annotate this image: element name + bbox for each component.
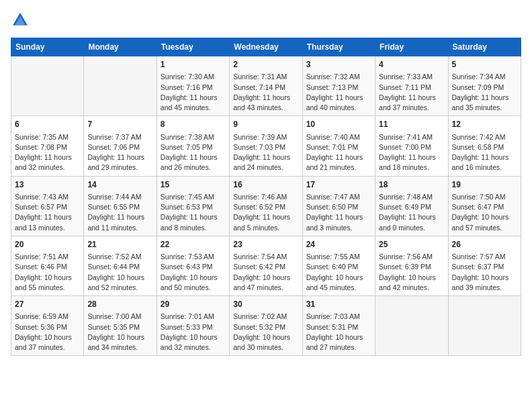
- calendar-cell: [11, 56, 84, 116]
- day-number: 10: [306, 119, 371, 130]
- day-number: 11: [379, 119, 444, 130]
- day-info: Sunrise: 7:51 AMSunset: 6:46 PMDaylight:…: [15, 252, 80, 293]
- calendar-table: SundayMondayTuesdayWednesdayThursdayFrid…: [11, 38, 521, 356]
- day-info: Sunrise: 7:53 AMSunset: 6:43 PMDaylight:…: [161, 252, 226, 293]
- day-info: Sunrise: 7:33 AMSunset: 7:11 PMDaylight:…: [379, 72, 444, 113]
- calendar-cell: 20Sunrise: 7:51 AMSunset: 6:46 PMDayligh…: [11, 236, 84, 295]
- calendar-cell: 19Sunrise: 7:50 AMSunset: 6:47 PMDayligh…: [448, 176, 521, 236]
- calendar-cell: [375, 296, 448, 356]
- day-number: 8: [161, 119, 226, 130]
- day-info: Sunrise: 7:48 AMSunset: 6:49 PMDaylight:…: [379, 192, 444, 233]
- day-info: Sunrise: 7:44 AMSunset: 6:55 PMDaylight:…: [87, 192, 152, 233]
- day-info: Sunrise: 7:41 AMSunset: 7:00 PMDaylight:…: [379, 132, 444, 173]
- calendar-cell: 11Sunrise: 7:41 AMSunset: 7:00 PMDayligh…: [375, 116, 448, 176]
- calendar-cell: 5Sunrise: 7:34 AMSunset: 7:09 PMDaylight…: [448, 56, 521, 116]
- calendar-cell: 12Sunrise: 7:42 AMSunset: 6:58 PMDayligh…: [448, 116, 521, 176]
- day-number: 4: [379, 59, 444, 71]
- day-info: Sunrise: 7:37 AMSunset: 7:06 PMDaylight:…: [87, 132, 152, 173]
- day-number: 29: [161, 299, 226, 310]
- day-info: Sunrise: 7:01 AMSunset: 5:33 PMDaylight:…: [161, 312, 226, 353]
- calendar-cell: [448, 296, 521, 356]
- day-number: 23: [233, 239, 298, 250]
- day-info: Sunrise: 7:52 AMSunset: 6:44 PMDaylight:…: [87, 252, 152, 293]
- page-header: [11, 11, 521, 30]
- day-info: Sunrise: 7:35 AMSunset: 7:08 PMDaylight:…: [15, 132, 80, 173]
- day-info: Sunrise: 7:55 AMSunset: 6:40 PMDaylight:…: [306, 252, 371, 293]
- day-info: Sunrise: 7:57 AMSunset: 6:37 PMDaylight:…: [452, 252, 517, 293]
- day-number: 19: [452, 179, 517, 191]
- day-info: Sunrise: 7:42 AMSunset: 6:58 PMDaylight:…: [452, 132, 517, 173]
- day-info: Sunrise: 7:34 AMSunset: 7:09 PMDaylight:…: [452, 72, 517, 113]
- day-info: Sunrise: 7:46 AMSunset: 6:52 PMDaylight:…: [233, 192, 298, 233]
- day-info: Sunrise: 7:32 AMSunset: 7:13 PMDaylight:…: [306, 72, 371, 113]
- calendar-cell: 7Sunrise: 7:37 AMSunset: 7:06 PMDaylight…: [84, 116, 157, 176]
- calendar-cell: 2Sunrise: 7:31 AMSunset: 7:14 PMDaylight…: [230, 56, 302, 116]
- logo: [11, 11, 32, 30]
- day-number: 27: [15, 299, 80, 310]
- calendar-cell: 8Sunrise: 7:38 AMSunset: 7:05 PMDaylight…: [157, 116, 229, 176]
- day-number: 21: [87, 239, 152, 250]
- day-info: Sunrise: 7:02 AMSunset: 5:32 PMDaylight:…: [233, 312, 298, 353]
- day-info: Sunrise: 7:38 AMSunset: 7:05 PMDaylight:…: [161, 132, 226, 173]
- day-number: 9: [233, 119, 298, 130]
- day-header-thursday: Thursday: [302, 38, 375, 56]
- calendar-cell: 22Sunrise: 7:53 AMSunset: 6:43 PMDayligh…: [157, 236, 229, 295]
- day-number: 7: [87, 119, 152, 130]
- day-number: 24: [306, 239, 371, 250]
- day-info: Sunrise: 7:45 AMSunset: 6:53 PMDaylight:…: [161, 192, 226, 233]
- calendar-cell: 31Sunrise: 7:03 AMSunset: 5:31 PMDayligh…: [302, 296, 375, 356]
- calendar-cell: 9Sunrise: 7:39 AMSunset: 7:03 PMDaylight…: [230, 116, 302, 176]
- day-info: Sunrise: 7:00 AMSunset: 5:35 PMDaylight:…: [87, 312, 152, 353]
- day-number: 1: [161, 59, 226, 71]
- day-info: Sunrise: 7:40 AMSunset: 7:01 PMDaylight:…: [306, 132, 371, 173]
- day-number: 2: [233, 59, 298, 71]
- day-number: 17: [306, 179, 371, 191]
- day-number: 6: [15, 119, 80, 130]
- day-number: 31: [306, 299, 371, 310]
- day-number: 30: [233, 299, 298, 310]
- day-info: Sunrise: 7:30 AMSunset: 7:16 PMDaylight:…: [161, 72, 226, 113]
- logo-icon: [11, 11, 30, 30]
- day-header-monday: Monday: [84, 38, 157, 56]
- day-number: 22: [161, 239, 226, 250]
- day-number: 16: [233, 179, 298, 191]
- calendar-cell: 18Sunrise: 7:48 AMSunset: 6:49 PMDayligh…: [375, 176, 448, 236]
- day-number: 5: [452, 59, 517, 71]
- day-info: Sunrise: 7:54 AMSunset: 6:42 PMDaylight:…: [233, 252, 298, 293]
- calendar-cell: 21Sunrise: 7:52 AMSunset: 6:44 PMDayligh…: [84, 236, 157, 295]
- calendar-cell: 27Sunrise: 6:59 AMSunset: 5:36 PMDayligh…: [11, 296, 84, 356]
- calendar-cell: 16Sunrise: 7:46 AMSunset: 6:52 PMDayligh…: [230, 176, 302, 236]
- calendar-cell: [84, 56, 157, 116]
- day-number: 3: [306, 59, 371, 71]
- day-header-wednesday: Wednesday: [230, 38, 302, 56]
- calendar-cell: 23Sunrise: 7:54 AMSunset: 6:42 PMDayligh…: [230, 236, 302, 295]
- calendar-cell: 24Sunrise: 7:55 AMSunset: 6:40 PMDayligh…: [302, 236, 375, 295]
- day-header-friday: Friday: [375, 38, 448, 56]
- day-number: 14: [87, 179, 152, 191]
- day-number: 13: [15, 179, 80, 191]
- day-number: 20: [15, 239, 80, 250]
- day-info: Sunrise: 7:43 AMSunset: 6:57 PMDaylight:…: [15, 192, 80, 233]
- day-info: Sunrise: 7:03 AMSunset: 5:31 PMDaylight:…: [306, 312, 371, 353]
- calendar-cell: 14Sunrise: 7:44 AMSunset: 6:55 PMDayligh…: [84, 176, 157, 236]
- day-info: Sunrise: 7:31 AMSunset: 7:14 PMDaylight:…: [233, 72, 298, 113]
- calendar-cell: 13Sunrise: 7:43 AMSunset: 6:57 PMDayligh…: [11, 176, 84, 236]
- calendar-cell: 25Sunrise: 7:56 AMSunset: 6:39 PMDayligh…: [375, 236, 448, 295]
- calendar-cell: 4Sunrise: 7:33 AMSunset: 7:11 PMDaylight…: [375, 56, 448, 116]
- calendar-cell: 10Sunrise: 7:40 AMSunset: 7:01 PMDayligh…: [302, 116, 375, 176]
- day-header-tuesday: Tuesday: [157, 38, 229, 56]
- day-number: 18: [379, 179, 444, 191]
- day-info: Sunrise: 6:59 AMSunset: 5:36 PMDaylight:…: [15, 312, 80, 353]
- calendar-cell: 29Sunrise: 7:01 AMSunset: 5:33 PMDayligh…: [157, 296, 229, 356]
- day-number: 12: [452, 119, 517, 130]
- calendar-cell: 17Sunrise: 7:47 AMSunset: 6:50 PMDayligh…: [302, 176, 375, 236]
- day-header-sunday: Sunday: [11, 38, 84, 56]
- calendar-cell: 1Sunrise: 7:30 AMSunset: 7:16 PMDaylight…: [157, 56, 229, 116]
- calendar-cell: 30Sunrise: 7:02 AMSunset: 5:32 PMDayligh…: [230, 296, 302, 356]
- day-number: 15: [161, 179, 226, 191]
- day-info: Sunrise: 7:56 AMSunset: 6:39 PMDaylight:…: [379, 252, 444, 293]
- day-header-saturday: Saturday: [448, 38, 521, 56]
- day-number: 28: [87, 299, 152, 310]
- day-info: Sunrise: 7:47 AMSunset: 6:50 PMDaylight:…: [306, 192, 371, 233]
- day-number: 25: [379, 239, 444, 250]
